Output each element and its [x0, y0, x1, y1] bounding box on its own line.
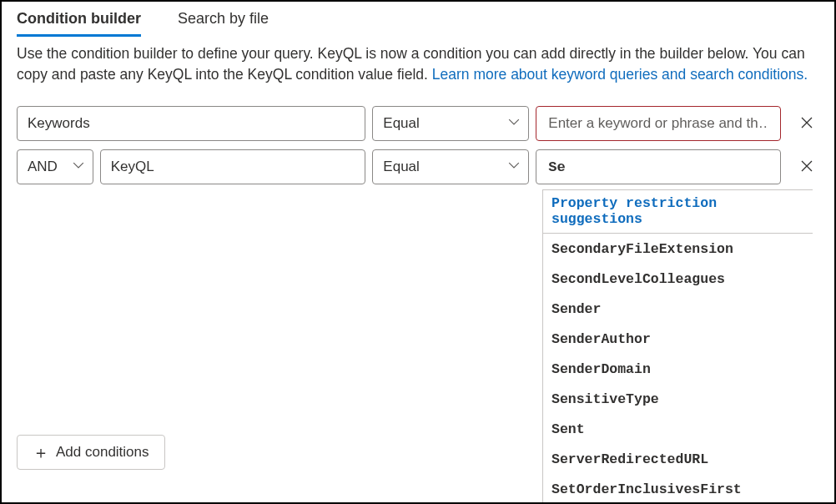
condition-row: Keywords Equal [17, 106, 819, 141]
logic-value: AND [28, 159, 58, 175]
condition-rows: Keywords Equal AND [2, 84, 834, 184]
condition-builder-panel: Condition builder Search by file Use the… [0, 0, 836, 504]
description-text: Use the condition builder to define your… [2, 37, 834, 84]
suggestion-item[interactable]: ServerRedirectedURL [543, 444, 813, 474]
condition-row: AND KeyQL Equal [17, 149, 819, 184]
keyql-input-wrapper [536, 149, 781, 184]
suggestion-item[interactable]: Sent [543, 414, 813, 444]
tab-search-by-file[interactable]: Search by file [178, 10, 269, 37]
keyword-input-wrapper [536, 106, 781, 141]
suggestion-item[interactable]: SecondaryFileExtension [543, 234, 813, 264]
logic-dropdown[interactable]: AND [17, 149, 93, 184]
suggestion-item[interactable]: SenderDomain [543, 354, 813, 384]
tab-strip: Condition builder Search by file [2, 2, 834, 37]
add-conditions-label: Add conditions [56, 444, 149, 461]
remove-row-button[interactable] [794, 111, 819, 136]
suggestions-header: Property restriction suggestions [543, 190, 813, 234]
suggestion-item[interactable]: SenderAuthor [543, 324, 813, 354]
add-conditions-button[interactable]: ＋ Add conditions [17, 435, 165, 470]
operator-value: Equal [383, 159, 419, 175]
property-dropdown[interactable]: Keywords [17, 106, 365, 141]
keyql-input[interactable] [546, 150, 770, 184]
property-dropdown[interactable]: KeyQL [100, 149, 366, 184]
tab-condition-builder[interactable]: Condition builder [17, 10, 141, 37]
property-value: Keywords [28, 115, 90, 132]
chevron-down-icon [508, 159, 520, 175]
chevron-down-icon [73, 159, 84, 175]
remove-row-button[interactable] [794, 154, 819, 179]
property-value: KeyQL [111, 159, 154, 175]
suggestion-item[interactable]: Sender [543, 294, 813, 324]
close-icon [800, 158, 813, 177]
chevron-down-icon [508, 115, 520, 132]
operator-dropdown[interactable]: Equal [372, 106, 529, 141]
keyword-input[interactable] [546, 107, 770, 140]
operator-dropdown[interactable]: Equal [372, 149, 529, 184]
operator-value: Equal [383, 115, 419, 132]
learn-more-link[interactable]: Learn more about keyword queries and sea… [432, 66, 808, 83]
suggestion-item[interactable]: SetOrderInclusivesFirst [543, 474, 813, 504]
suggestions-popup: Property restriction suggestions Seconda… [542, 189, 813, 504]
suggestion-item[interactable]: SensitiveType [543, 384, 813, 414]
close-icon [800, 114, 813, 134]
suggestion-item[interactable]: SecondLevelColleagues [543, 264, 813, 294]
plus-icon: ＋ [33, 441, 49, 464]
